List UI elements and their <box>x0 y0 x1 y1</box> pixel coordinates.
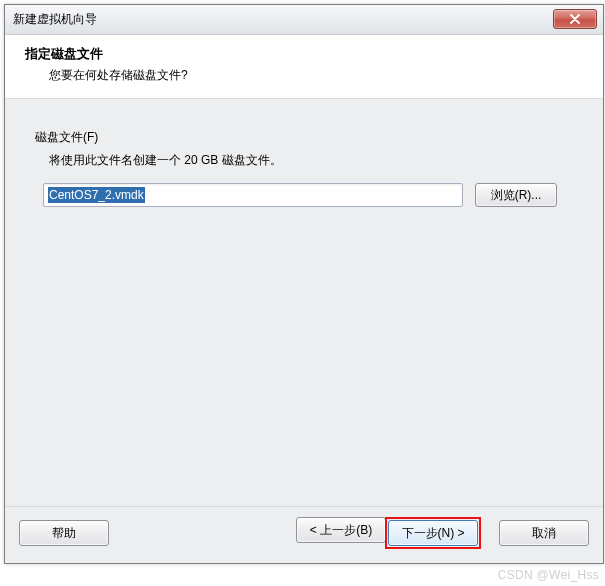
cancel-button[interactable]: 取消 <box>499 520 589 546</box>
next-button-highlight: 下一步(N) > <box>385 517 481 549</box>
disk-file-input-wrap: CentOS7_2.vmdk <box>43 183 463 207</box>
page-title: 指定磁盘文件 <box>25 45 583 63</box>
back-button[interactable]: < 上一步(B) <box>296 517 386 543</box>
disk-file-section-label: 磁盘文件(F) <box>35 129 573 146</box>
wizard-content: 磁盘文件(F) 将使用此文件名创建一个 20 GB 磁盘文件。 CentOS7_… <box>5 99 603 506</box>
wizard-header: 指定磁盘文件 您要在何处存储磁盘文件? <box>5 35 603 99</box>
disk-file-input[interactable] <box>43 183 463 207</box>
disk-file-description: 将使用此文件名创建一个 20 GB 磁盘文件。 <box>49 152 573 169</box>
watermark: CSDN @Wei_Hss <box>498 568 599 582</box>
help-button[interactable]: 帮助 <box>19 520 109 546</box>
browse-button[interactable]: 浏览(R)... <box>475 183 557 207</box>
nav-button-group: < 上一步(B) 下一步(N) > <box>296 517 481 549</box>
disk-file-row: CentOS7_2.vmdk 浏览(R)... <box>43 183 573 207</box>
next-button[interactable]: 下一步(N) > <box>388 520 478 546</box>
title-bar: 新建虚拟机向导 <box>5 5 603 35</box>
page-subtitle: 您要在何处存储磁盘文件? <box>49 67 583 84</box>
window-title: 新建虚拟机向导 <box>13 11 97 28</box>
close-icon <box>569 14 581 24</box>
wizard-dialog: 新建虚拟机向导 指定磁盘文件 您要在何处存储磁盘文件? 磁盘文件(F) 将使用此… <box>4 4 604 564</box>
wizard-footer: 帮助 < 上一步(B) 下一步(N) > 取消 <box>5 506 603 563</box>
close-button[interactable] <box>553 9 597 29</box>
